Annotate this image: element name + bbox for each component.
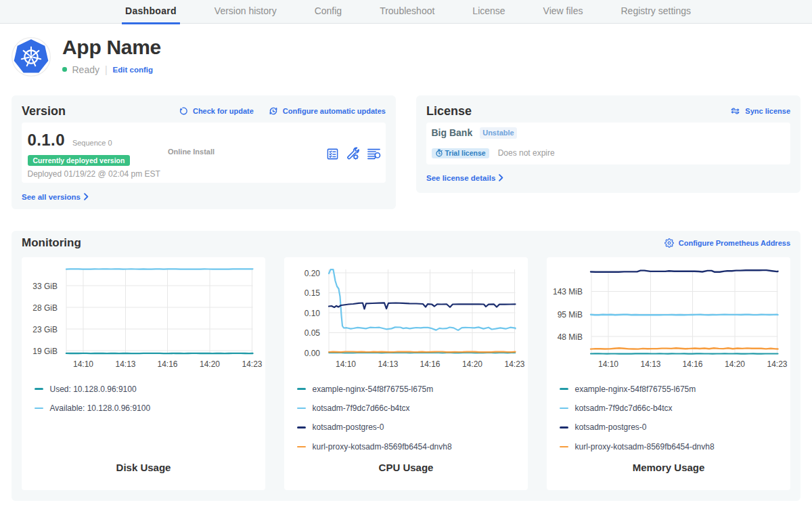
svg-text:0.10: 0.10: [304, 309, 321, 318]
svg-text:14:16: 14:16: [420, 359, 440, 369]
svg-text:14:23: 14:23: [504, 359, 524, 369]
svg-text:143 MiB: 143 MiB: [553, 287, 583, 297]
svg-text:14:23: 14:23: [767, 359, 787, 369]
svg-text:19 GiB: 19 GiB: [32, 347, 58, 356]
svg-text:14:20: 14:20: [462, 359, 482, 369]
svg-text:0.20: 0.20: [304, 269, 321, 278]
svg-text:14:10: 14:10: [598, 359, 618, 369]
svg-text:14:16: 14:16: [682, 359, 702, 369]
svg-text:14:20: 14:20: [200, 359, 220, 369]
svg-text:14:16: 14:16: [157, 359, 177, 369]
svg-text:14:13: 14:13: [378, 359, 398, 369]
svg-text:14:10: 14:10: [73, 359, 93, 369]
svg-text:23 GiB: 23 GiB: [32, 325, 58, 334]
svg-text:48 MiB: 48 MiB: [558, 332, 583, 342]
svg-text:14:23: 14:23: [242, 359, 262, 369]
svg-text:95 MiB: 95 MiB: [558, 310, 583, 320]
svg-text:0.00: 0.00: [304, 349, 321, 358]
svg-text:28 GiB: 28 GiB: [32, 303, 58, 313]
svg-text:0.05: 0.05: [304, 328, 321, 338]
svg-text:33 GiB: 33 GiB: [32, 282, 58, 291]
svg-text:14:20: 14:20: [725, 359, 745, 369]
svg-text:14:13: 14:13: [115, 359, 135, 369]
svg-text:0.15: 0.15: [304, 288, 321, 298]
svg-text:14:13: 14:13: [640, 359, 660, 369]
svg-text:14:10: 14:10: [336, 359, 356, 369]
